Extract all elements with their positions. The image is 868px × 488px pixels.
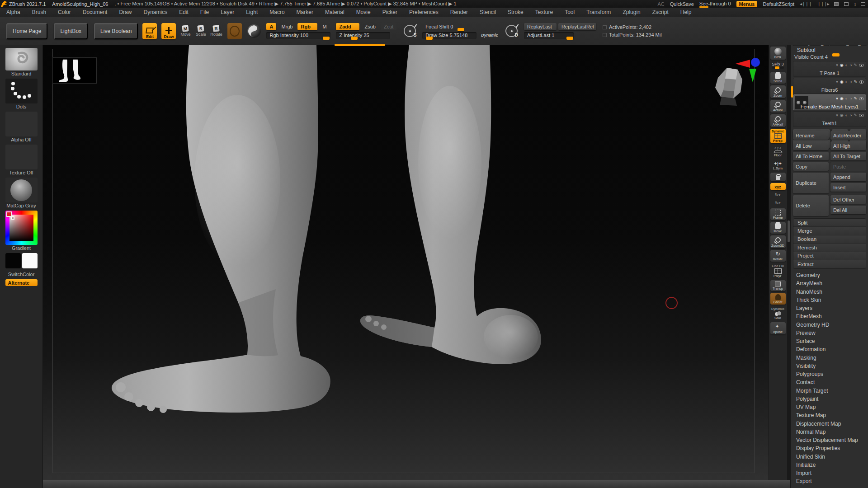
half-shade-icon[interactable]: ◐ <box>845 96 848 101</box>
tool-section-item[interactable]: Displacement Map <box>796 420 867 428</box>
subtool-row-teeth[interactable]: ▾ ◉ ◐ ◑ ✎ Teeth1 <box>793 111 866 127</box>
rotate-mode-button[interactable]: R Rotate <box>210 25 222 37</box>
contrast-icon[interactable]: ◑ <box>849 80 852 84</box>
menu-item[interactable]: Tool <box>565 9 575 15</box>
spix-knob[interactable] <box>775 66 779 69</box>
subtool-group-row[interactable]: Project <box>793 252 866 260</box>
menu-item[interactable]: Document <box>83 9 108 15</box>
tool-section-item[interactable]: Surface <box>796 337 867 345</box>
tool-section-item[interactable]: ArrayMesh <box>796 279 867 287</box>
menu-item[interactable]: Stroke <box>508 9 524 15</box>
xpose-button[interactable]: Xpose <box>770 322 786 334</box>
all-low-button[interactable]: All Low <box>793 141 829 150</box>
persp-button[interactable]: Dynamic Persp <box>770 129 786 143</box>
lsym-button[interactable]: ✦|✦ L.Sym <box>770 160 786 171</box>
scroll-button[interactable]: Scroll <box>770 72 786 84</box>
tool-section-item[interactable]: Vector Displacement Map <box>796 436 867 444</box>
brush-edit-icon[interactable]: ✎ <box>854 113 857 117</box>
adjust-last-knob[interactable] <box>566 37 573 40</box>
menu-item[interactable]: Light <box>246 9 258 15</box>
subtool-header[interactable]: Subtool <box>797 47 816 53</box>
subtool-group-row[interactable]: Boolean <box>793 235 866 244</box>
actual-button[interactable]: Actual <box>770 100 786 113</box>
ghost-button[interactable]: Ghost <box>770 293 786 305</box>
main-color-swatch[interactable] <box>5 253 21 268</box>
zcut-toggle[interactable]: Zcut <box>381 23 396 30</box>
brush-edit-icon[interactable]: ✎ <box>854 63 857 67</box>
contrast-icon[interactable]: ◑ <box>849 63 852 67</box>
all-to-home-button[interactable]: All To Home <box>793 152 829 160</box>
menu-item[interactable]: Alpha <box>6 9 20 15</box>
all-high-button[interactable]: All High <box>830 141 866 150</box>
spix-slider[interactable]: SPix 3 <box>770 61 786 70</box>
mrgb-toggle[interactable]: Mrgb <box>278 23 296 30</box>
menu-item[interactable]: Zscript <box>652 9 669 15</box>
color-picker-marker[interactable] <box>11 216 14 220</box>
rotate-z-button[interactable]: ↻Z <box>770 200 786 206</box>
vertical-scroll-thumb[interactable] <box>788 221 790 242</box>
replay-last-button[interactable]: ReplayLast <box>524 23 557 30</box>
half-shade-icon[interactable]: ◐ <box>845 113 848 117</box>
layout-window-icon[interactable] <box>844 2 849 6</box>
tool-section-item[interactable]: NanoMesh <box>796 288 867 296</box>
bpr-button[interactable]: BPR <box>770 47 786 60</box>
tool-section-item[interactable]: Import <box>796 469 867 477</box>
draw-size-slider[interactable]: Draw Size 5.75148 <box>422 32 476 39</box>
append-button[interactable]: Append <box>830 173 866 181</box>
home-page-button[interactable]: Home Page <box>6 23 47 39</box>
canvas-vertical-scrollbar[interactable] <box>787 45 790 480</box>
drop-arrow-icon[interactable]: ▾ <box>836 113 838 117</box>
current-stroke-button[interactable] <box>5 79 38 103</box>
tool-section-item[interactable]: Normal Map <box>796 428 867 436</box>
tool-section-item[interactable]: Texture Map <box>796 411 867 419</box>
delete-button[interactable]: Delete <box>793 195 829 216</box>
rotate-y-button[interactable]: ↻Y <box>770 192 786 198</box>
zsub-toggle[interactable]: Zsub <box>361 23 378 30</box>
contrast-icon[interactable]: ◑ <box>849 96 852 101</box>
minimize-icon[interactable]: 𝔷 <box>854 1 855 7</box>
focal-shift-knob[interactable] <box>458 28 464 31</box>
alternate-button[interactable]: Alternate <box>5 279 38 286</box>
tool-section-item[interactable]: Visibility <box>796 362 867 370</box>
floor-button[interactable]: x y z Floor <box>770 145 786 158</box>
move-mode-button[interactable]: M Move <box>179 25 191 37</box>
see-through-slider[interactable]: See-through 0 <box>699 1 731 7</box>
zoom-lock-button[interactable] <box>770 173 786 181</box>
dynamic-mode-toggle[interactable]: Dynamic <box>481 33 498 38</box>
tool-section-item[interactable]: Unified Skin <box>796 453 867 461</box>
visible-count-knob[interactable] <box>832 53 840 56</box>
layout-panel-icon[interactable] <box>834 2 839 6</box>
current-alpha-selector[interactable] <box>227 23 242 39</box>
menu-item[interactable]: Color <box>58 9 71 15</box>
tool-section-item[interactable]: Geometry <box>796 271 867 279</box>
m-toggle[interactable]: M <box>319 23 330 30</box>
tool-section-item[interactable]: FiberMesh <box>796 312 867 320</box>
menu-item[interactable]: Draw <box>119 9 132 15</box>
menu-item[interactable]: File <box>200 9 209 15</box>
replay-last-rel-button[interactable]: ReplayLastRel <box>558 23 596 30</box>
drop-arrow-icon[interactable]: ▾ <box>836 96 838 101</box>
half-shade-icon[interactable]: ◐ <box>845 80 848 84</box>
quicksave-button[interactable]: QuickSave <box>670 1 694 7</box>
sculpt-canvas[interactable] <box>43 45 769 480</box>
bottom-scrollbar[interactable] <box>43 480 790 488</box>
menu-item[interactable]: Help <box>680 9 692 15</box>
menu-item[interactable]: Material <box>325 9 344 15</box>
shelf-collapse-right-icon[interactable]: ❘❘❘▸ <box>817 1 829 6</box>
visibility-eye-icon[interactable] <box>859 114 864 117</box>
polypaint-icon[interactable]: ◉ <box>840 63 844 67</box>
frame-button[interactable]: Frame <box>770 208 786 220</box>
subtool-group-row[interactable]: Merge <box>793 227 866 235</box>
default-zscript-button[interactable]: DefaultZScript <box>763 1 794 7</box>
move-3d-button[interactable]: Move <box>770 222 786 234</box>
tool-section-item[interactable]: UV Map <box>796 403 867 411</box>
current-texture-button[interactable] <box>5 145 38 169</box>
rename-button[interactable]: Rename <box>793 131 829 140</box>
brush-edit-icon[interactable]: ✎ <box>854 80 857 84</box>
paste-button[interactable]: Paste <box>830 162 866 171</box>
subtool-row-eyes-selected[interactable]: ▾ ◉ ◐ ◑ ✎ Female Base Mesh Eyes1 <box>793 94 866 110</box>
menu-item[interactable]: Layer <box>221 9 234 15</box>
menu-item[interactable]: Dynamics <box>143 9 167 15</box>
current-brush-button[interactable] <box>5 48 38 70</box>
menu-item[interactable]: Movie <box>356 9 371 15</box>
